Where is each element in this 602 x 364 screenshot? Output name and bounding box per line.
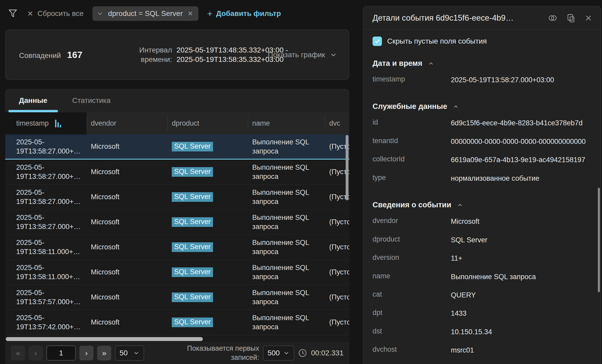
cell-name: Выполнение SQL запроса <box>248 185 325 209</box>
results-card: Данные Статистика timestamp dvendor dp <box>5 89 349 364</box>
tab-statistics[interactable]: Статистика <box>65 89 117 112</box>
field-value: QUERY <box>451 290 591 300</box>
cell-timestamp: 2025-05- 19T13:57:42.000+… <box>5 310 87 335</box>
filter-chip-label: dproduct = SQL Server <box>108 9 183 18</box>
table-row[interactable]: 2025-05- 19T13:58:11.000+… Microsoft SQL… <box>5 235 349 260</box>
column-header-dvc[interactable]: dvc <box>325 112 349 134</box>
field-value: SQL Server <box>451 235 591 245</box>
histogram-icon[interactable] <box>55 119 62 128</box>
last-page-button[interactable]: » <box>97 346 111 360</box>
details-scrollbar-thumb[interactable] <box>598 188 600 292</box>
active-tab-underline <box>8 110 58 112</box>
field-label: dvendor <box>373 217 451 226</box>
check-icon <box>374 38 380 44</box>
field-label: tenantId <box>373 137 451 146</box>
cell-name: Выполнение SQL запроса <box>248 260 325 285</box>
record-limit-select[interactable]: 500 <box>263 345 294 361</box>
column-header-dvendor[interactable]: dvendor <box>87 112 168 134</box>
field-value: 00000000-0000-0000-0000-000000000000 <box>451 137 591 146</box>
horizontal-scrollbar-thumb[interactable] <box>6 337 203 341</box>
field-label: type <box>373 174 451 183</box>
filter-funnel-icon[interactable] <box>7 8 18 19</box>
show-chart-label: Показать график <box>268 51 325 59</box>
field-value: Microsoft <box>451 217 591 226</box>
column-header-timestamp[interactable]: timestamp <box>5 112 87 134</box>
time-interval-label: Интервал времени: <box>128 45 172 64</box>
field-value: msrc01 <box>451 345 591 355</box>
cell-dvendor: Microsoft <box>87 134 168 159</box>
detail-row: collectorId 6619a09e-657a-4b13-9e19-ac49… <box>373 151 591 169</box>
cell-dproduct: SQL Server <box>168 310 248 335</box>
cell-dproduct: SQL Server <box>168 185 248 209</box>
detail-row: dvendor Microsoft <box>373 212 591 231</box>
cell-dvc: (Пусто) <box>325 260 349 285</box>
detail-row: name Выполнение SQL запроса <box>373 268 591 286</box>
table-row[interactable]: 2025-05- 19T13:57:42.000+… Microsoft SQL… <box>5 310 349 335</box>
event-details-title: Детали события 6d9c15f6-eece-4b9… <box>373 13 542 23</box>
close-icon[interactable] <box>584 14 593 22</box>
section-event-info: Сведения о событии dvendor Microsoft dpr… <box>373 201 591 364</box>
chevron-down-icon <box>133 350 139 356</box>
table-row[interactable]: 2025-05- 19T13:58:27.000+… Microsoft SQL… <box>5 134 349 160</box>
tab-data[interactable]: Данные <box>8 89 58 112</box>
pagination-bar: « ‹ › » 50 Показывается первых записей: … <box>5 342 349 364</box>
section-service-data: Служебные данные id 6d9c15f6-eece-4b9e-8… <box>373 102 591 187</box>
page-size-select[interactable]: 50 <box>115 345 144 361</box>
cell-timestamp: 2025-05- 19T13:58:27.000+… <box>5 160 87 184</box>
add-filter-label: Добавить фильтр <box>216 9 281 18</box>
chevron-down-icon <box>330 51 337 58</box>
cell-dvc: (Пусто) <box>325 210 349 234</box>
horizontal-scrollbar[interactable] <box>5 336 349 342</box>
table-row[interactable]: 2025-05- 19T13:58:27.000+… Microsoft SQL… <box>5 185 349 210</box>
remove-filter-icon[interactable]: ✕ <box>187 10 193 18</box>
detail-row: dst 10.150.15.34 <box>373 323 591 341</box>
cell-timestamp: 2025-05- 19T13:58:27.000+… <box>5 210 87 234</box>
column-header-name[interactable]: name <box>248 112 325 134</box>
show-chart-button[interactable]: Показать график <box>268 51 337 59</box>
page-number-input[interactable] <box>46 345 76 361</box>
previous-page-button[interactable]: ‹ <box>29 346 43 360</box>
cell-dproduct: SQL Server <box>168 260 248 285</box>
field-label: dproduct <box>373 235 451 245</box>
filter-chip[interactable]: dproduct = SQL Server ✕ <box>92 6 198 21</box>
cell-dvendor: Microsoft <box>87 285 168 310</box>
chevron-up-icon[interactable] <box>457 202 463 208</box>
column-header-dproduct[interactable]: dproduct <box>168 112 248 134</box>
table-row[interactable]: 2025-05- 19T13:58:27.000+… Microsoft SQL… <box>5 210 349 235</box>
cell-dvc: (Пусто) <box>325 285 349 310</box>
hide-empty-fields-label: Скрыть пустые поля события <box>387 37 487 45</box>
clear-icon: ✕ <box>27 9 33 18</box>
table-row[interactable]: 2025-05- 19T13:58:27.000+… Microsoft SQL… <box>5 160 349 185</box>
chevron-up-icon[interactable] <box>452 103 459 110</box>
event-details-panel: Детали события 6d9c15f6-eece-4b9… Скрыть… <box>363 6 601 364</box>
first-page-button[interactable]: « <box>11 346 25 360</box>
cell-dvendor: Microsoft <box>87 310 168 335</box>
elapsed-time-value: 00:02.331 <box>311 349 344 357</box>
event-details-body: Скрыть пустые поля события Дата и время … <box>363 30 601 364</box>
chevron-up-icon[interactable] <box>428 60 434 67</box>
tab-data-label: Данные <box>19 96 48 105</box>
event-details-header: Детали события 6d9c15f6-eece-4b9… <box>363 6 601 30</box>
app-window: ✕ Сбросить все dproduct = SQL Server ✕ +… <box>0 0 602 364</box>
section-title: Дата и время <box>373 59 422 68</box>
detail-row: id 6d9c15f6-eece-4b9e-8283-b41ce378eb7d <box>373 114 591 132</box>
table-row[interactable]: 2025-05- 19T13:58:11.000+… Microsoft SQL… <box>5 260 349 285</box>
reset-all-filters-button[interactable]: ✕ Сбросить все <box>27 9 84 18</box>
next-page-button[interactable]: › <box>79 346 93 360</box>
table-body: 2025-05- 19T13:58:27.000+… Microsoft SQL… <box>5 134 349 336</box>
table-row[interactable]: 2025-05- 19T13:57:57.000+… Microsoft SQL… <box>5 285 349 310</box>
highlighted-value: SQL Server <box>172 192 213 202</box>
highlighted-value: SQL Server <box>172 242 213 252</box>
field-label: dversion <box>373 254 451 263</box>
add-filter-button[interactable]: + Добавить фильтр <box>207 9 281 19</box>
cell-name: Выполнение SQL запроса <box>248 310 325 335</box>
tab-statistics-label: Статистика <box>72 96 110 105</box>
vertical-scrollbar-thumb[interactable] <box>346 135 349 200</box>
hide-empty-fields-checkbox[interactable] <box>373 37 382 46</box>
section-title: Сведения о событии <box>373 201 451 209</box>
correlate-events-icon[interactable] <box>547 13 558 23</box>
copy-icon[interactable] <box>566 13 576 23</box>
field-value: 11+ <box>451 254 591 263</box>
field-label: collectorId <box>373 155 451 165</box>
chevron-down-icon[interactable] <box>97 10 103 17</box>
